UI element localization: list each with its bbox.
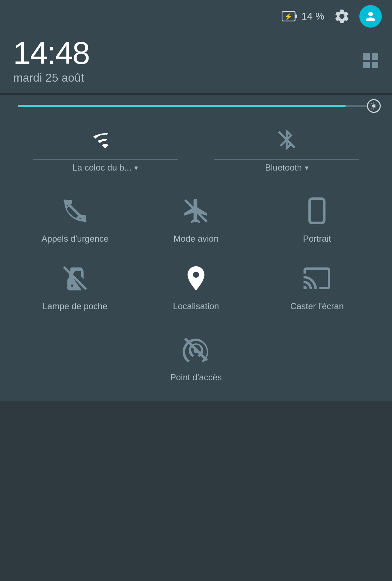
tile-appels-urgence[interactable]: Appels d'urgence [15,184,135,251]
svg-rect-6 [310,199,324,223]
quick-settings-panel: La coloc du b... ▾ Bluetooth ▾ [0,95,392,401]
bluetooth-icon-wrap [272,125,301,154]
location-icon [181,264,211,293]
tile-point-acces[interactable]: Point d'accès [136,322,256,390]
wifi-label-row: La coloc du b... ▾ [73,163,138,173]
phone-slash-icon-wrap [59,195,91,227]
settings-button[interactable] [332,7,351,26]
tile-caster-ecran[interactable]: Caster l'écran [257,251,377,319]
wifi-bluetooth-row: La coloc du b... ▾ Bluetooth ▾ [15,122,377,176]
tile-localisation[interactable]: Localisation [135,251,256,319]
wifi-toggle[interactable]: La coloc du b... ▾ [15,122,196,176]
avatar-icon [364,9,377,23]
expand-grid-button[interactable] [363,53,378,68]
gear-icon [334,8,350,25]
clock-time: 14:48 [13,37,89,69]
bluetooth-toggle[interactable]: Bluetooth ▾ [196,122,377,176]
clock-area: 14:48 mardi 25 août [0,31,392,93]
sun-icon [370,102,378,110]
portrait-icon-wrap [301,195,333,227]
cast-icon-wrap [301,262,333,295]
svg-text:⚡: ⚡ [284,13,293,21]
brightness-row [15,105,377,107]
tile-label-appels: Appels d'urgence [41,234,109,244]
airplane-off-icon [181,196,211,225]
wifi-label: La coloc du b... [73,163,132,173]
tile-label-lampe: Lampe de poche [42,301,107,311]
cast-icon [302,264,331,293]
clock-info: 14:48 mardi 25 août [13,37,89,85]
wifi-separator [33,159,178,160]
bluetooth-chevron-icon: ▾ [305,163,309,172]
wifi-icon [92,127,118,153]
bluetooth-label: Bluetooth [265,163,302,173]
tile-label-avion: Mode avion [173,234,219,244]
battery-info: ⚡ 14 % [282,11,324,22]
tile-lampe-poche[interactable]: Lampe de poche [15,251,135,319]
grid-dot [363,62,370,68]
wifi-icon-wrap [91,125,120,154]
grid-dot [363,53,370,60]
grid-dot [372,53,378,60]
bottom-tiles-row: Point d'accès [15,322,377,390]
brightness-thumb [367,99,381,113]
wifi-chevron-icon: ▾ [134,163,138,172]
bluetooth-separator [214,159,359,160]
hotspot-icon-wrap [180,333,212,366]
airplane-icon-wrap [180,195,212,227]
tile-label-portrait: Portrait [303,234,331,244]
bluetooth-icon [275,128,299,152]
tile-portrait[interactable]: Portrait [257,184,377,251]
tile-label-caster: Caster l'écran [290,301,344,311]
hotspot-off-icon [181,335,211,364]
bluetooth-label-row: Bluetooth ▾ [265,163,308,173]
brightness-fill [18,105,346,107]
tiles-grid: Appels d'urgence Mode avion Portrait [15,184,377,319]
battery-icon: ⚡ [282,11,298,21]
grid-dot [372,62,378,68]
status-bar: ⚡ 14 % [0,0,392,31]
phone-slash-icon [61,196,90,225]
clock-date: mardi 25 août [13,71,89,85]
tile-mode-avion[interactable]: Mode avion [135,184,256,251]
avatar-button[interactable] [359,5,382,28]
portrait-icon [302,196,331,225]
brightness-slider[interactable] [18,105,374,107]
tile-label-localisation: Localisation [173,301,219,311]
location-icon-wrap [180,262,212,295]
flashlight-off-icon [61,264,90,293]
svg-rect-1 [295,15,297,18]
battery-percent: 14 % [301,11,324,22]
tile-label-point-acces: Point d'accès [170,372,222,382]
flashlight-icon-wrap [59,262,91,295]
